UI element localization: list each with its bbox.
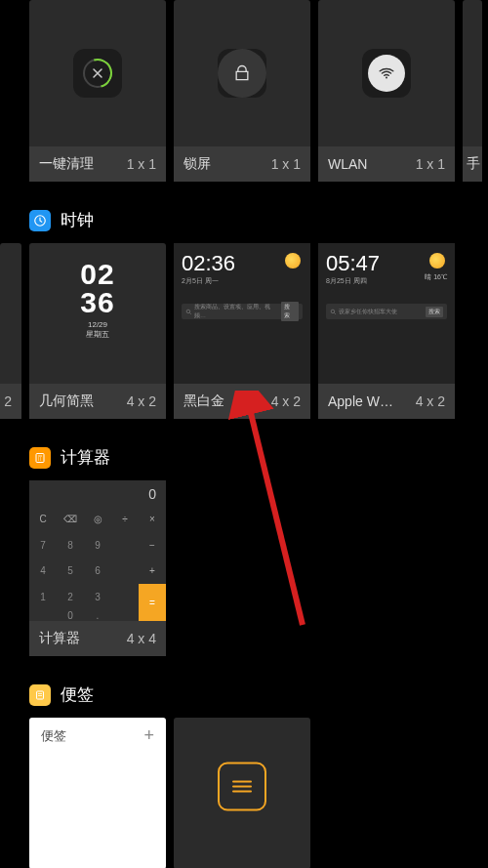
svg-rect-5 xyxy=(37,691,44,699)
widget-size: 4 x 4 xyxy=(127,631,156,646)
widget-size: 2 xyxy=(4,393,12,409)
clock-applew-label-bar: Apple W… 4 x 2 xyxy=(318,384,455,419)
section-header-calculator: 计算器 xyxy=(29,446,488,469)
weather-sun-icon xyxy=(429,253,445,269)
widget-label: 黑白金 xyxy=(183,393,224,410)
widget-label: 一键清理 xyxy=(39,155,94,173)
widget-size: 4 x 2 xyxy=(271,393,301,409)
clock-geoblack-card[interactable]: 02 36 12/29 星期五 几何简黑 4 x 2 xyxy=(29,243,166,419)
calculator-display: 0 xyxy=(29,480,166,506)
widget-label: 锁屏 xyxy=(183,155,211,173)
shortcut-partial-label-bar: 手 xyxy=(463,146,482,182)
clock-geoblack-preview: 02 36 12/29 星期五 xyxy=(29,243,166,384)
shortcut-lock-label-bar: 锁屏 1 x 1 xyxy=(174,146,310,182)
shortcut-clean-label-bar: 一键清理 1 x 1 xyxy=(29,146,166,182)
clock-date: 2月5日 周一 xyxy=(182,276,303,286)
svg-point-2 xyxy=(186,310,189,312)
clock-time-top: 02 xyxy=(80,261,114,289)
notes-list-card[interactable]: 便签 + xyxy=(29,718,166,868)
clock-geoblack-label-bar: 几何简黑 4 x 2 xyxy=(29,384,166,419)
calculator-widgets-row: 0 C⌫◎÷× 789− 456+ 123= 0. 计算器 4 x 4 xyxy=(29,480,488,656)
widget-label: 几何简黑 xyxy=(39,393,94,410)
lock-icon xyxy=(218,49,266,98)
notes-icon-card[interactable] xyxy=(174,718,310,868)
search-placeholder: 搜索商品、设置项、应用、视频… xyxy=(194,303,281,320)
section-header-notes: 便签 xyxy=(29,683,488,706)
clock-time: 02:36 xyxy=(182,251,303,276)
clock-partial-label: 2 xyxy=(0,384,21,419)
search-button: 搜索 xyxy=(281,302,299,321)
search-placeholder: 设家乡任你快招车大使 xyxy=(339,308,397,316)
notes-header: 便签 + xyxy=(29,718,166,754)
widget-label: WLAN xyxy=(328,156,367,172)
widget-size: 1 x 1 xyxy=(416,156,445,172)
wifi-icon xyxy=(362,49,411,98)
section-title: 时钟 xyxy=(61,209,94,231)
close-clean-icon xyxy=(73,49,122,98)
calculator-label-bar: 计算器 4 x 4 xyxy=(29,621,166,656)
search-button: 搜索 xyxy=(426,307,443,317)
widget-label: 计算器 xyxy=(39,630,80,647)
shortcut-partial-card[interactable]: 手 xyxy=(463,0,482,182)
notes-app-icon xyxy=(29,684,51,706)
search-bar: 设家乡任你快招车大使 搜索 xyxy=(326,304,447,319)
svg-point-0 xyxy=(386,77,387,79)
widget-label: Apple W… xyxy=(328,393,393,409)
shortcut-lock-card[interactable]: 锁屏 1 x 1 xyxy=(174,0,310,182)
add-note-icon: + xyxy=(143,725,154,746)
svg-point-3 xyxy=(331,310,335,313)
clock-time-bottom: 36 xyxy=(80,289,114,317)
calculator-app-icon xyxy=(29,447,51,469)
clock-partial-left-card[interactable]: 2 xyxy=(0,243,21,419)
clock-bwgold-label-bar: 黑白金 4 x 2 xyxy=(174,384,310,419)
clock-date: 12/29 xyxy=(86,320,109,330)
section-title: 便签 xyxy=(61,683,94,706)
notes-icon xyxy=(218,762,266,810)
clock-weekday: 星期五 xyxy=(86,330,109,340)
clock-bwgold-card[interactable]: 02:36 2月5日 周一 搜索商品、设置项、应用、视频… 搜索 黑白金 4 x… xyxy=(174,243,310,419)
search-bar: 搜索商品、设置项、应用、视频… 搜索 xyxy=(182,304,303,319)
calculator-preview: 0 C⌫◎÷× 789− 456+ 123= 0. xyxy=(29,480,166,621)
widget-size: 1 x 1 xyxy=(127,156,156,172)
widget-size: 4 x 2 xyxy=(416,393,445,409)
calculator-card[interactable]: 0 C⌫◎÷× 789− 456+ 123= 0. 计算器 4 x 4 xyxy=(29,480,166,656)
section-title: 计算器 xyxy=(61,446,110,469)
shortcut-clean-card[interactable]: 一键清理 1 x 1 xyxy=(29,0,166,182)
weather-temp: 晴 16℃ xyxy=(425,272,447,282)
section-header-clock: 时钟 xyxy=(29,209,488,231)
shortcut-wlan-label-bar: WLAN 1 x 1 xyxy=(318,146,455,182)
notes-title: 便签 xyxy=(41,727,66,745)
clock-bwgold-preview: 02:36 2月5日 周一 搜索商品、设置项、应用、视频… 搜索 xyxy=(174,243,310,384)
notes-widgets-row: 便签 + xyxy=(29,718,488,868)
clock-applew-preview: 05:47 8月25日 周四 晴 16℃ 设家乡任你快招车大使 搜索 xyxy=(318,243,455,384)
shortcut-widgets-row: 一键清理 1 x 1 锁屏 1 x 1 WLAN 1 x 1 手 xyxy=(29,0,488,182)
widget-size: 1 x 1 xyxy=(271,156,301,172)
clock-applew-card[interactable]: 05:47 8月25日 周四 晴 16℃ 设家乡任你快招车大使 搜索 Apple… xyxy=(318,243,455,419)
weather-sun-icon xyxy=(285,253,301,269)
widget-size: 4 x 2 xyxy=(127,393,156,409)
clock-widgets-row: 2 02 36 12/29 星期五 几何简黑 4 x 2 02:36 2月5日 … xyxy=(0,243,488,419)
shortcut-wlan-card[interactable]: WLAN 1 x 1 xyxy=(318,0,455,182)
clock-app-icon xyxy=(29,210,51,231)
widget-label: 手 xyxy=(467,155,480,173)
